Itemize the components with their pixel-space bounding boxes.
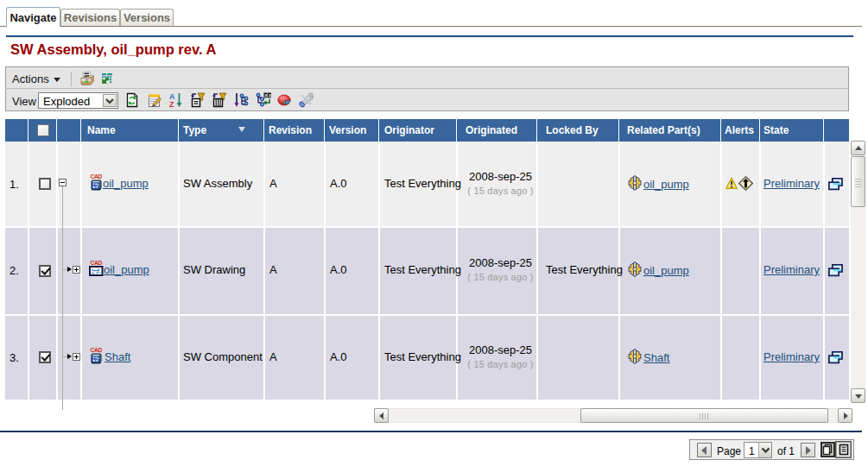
svg-text:Z: Z <box>169 100 174 108</box>
svg-text:8: 8 <box>269 93 272 98</box>
svg-text:8: 8 <box>264 93 268 98</box>
